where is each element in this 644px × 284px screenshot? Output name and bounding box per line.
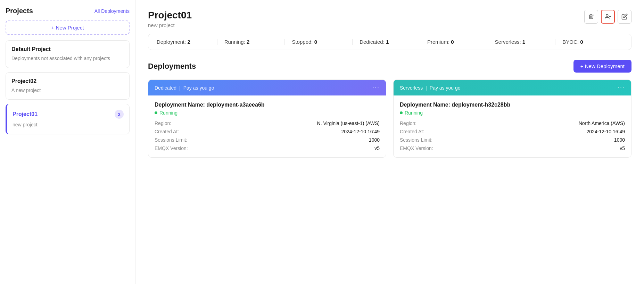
deployment-type-tag: Serverless | Pay as you go [400, 85, 461, 91]
project-card-header: Project012 [13, 110, 124, 119]
detail-row-emqx: EMQX Version: v5 [155, 145, 380, 151]
separator: | [179, 85, 181, 91]
detail-row-created: Created At: 2024-12-10 16:49 [400, 129, 625, 134]
emqx-label: EMQX Version: [400, 145, 433, 151]
stat-label: Dedicated: [360, 39, 385, 45]
deployment-cards: Dedicated | Pay as you go ··· Deployment… [148, 80, 631, 158]
deployment-details: Region: North America (AWS) Created At: … [400, 120, 625, 151]
all-deployments-link[interactable]: All Deployments [94, 8, 130, 14]
project-card-name: Default Project [11, 46, 51, 52]
project-badge: 2 [115, 110, 124, 119]
deployments-section-title: Deployments [148, 62, 196, 71]
users-button[interactable] [601, 10, 615, 24]
main-content: Project01 new project [135, 0, 644, 284]
region-label: Region: [155, 120, 171, 126]
projects-list: Default ProjectDeployments not associate… [6, 40, 130, 139]
sessions-value: 1000 [614, 137, 625, 143]
new-deployment-button[interactable]: + New Deployment [573, 60, 631, 73]
stat-item: Running: 2 [217, 39, 285, 45]
detail-row-sessions: Sessions Limit: 1000 [400, 137, 625, 143]
detail-row-region: Region: N. Virginia (us-east-1) (AWS) [155, 120, 380, 126]
deployment-card-dep2: Serverless | Pay as you go ··· Deploymen… [393, 80, 631, 158]
stat-value: 0 [314, 39, 317, 45]
stat-value: 1 [386, 39, 389, 45]
stat-value: 0 [580, 39, 583, 45]
more-options-button[interactable]: ··· [618, 84, 625, 91]
sessions-label: Sessions Limit: [400, 137, 432, 143]
detail-row-sessions: Sessions Limit: 1000 [155, 137, 380, 143]
created-label: Created At: [400, 129, 424, 134]
sessions-value: 1000 [369, 137, 380, 143]
deployment-status: Running [155, 110, 380, 116]
svg-point-0 [606, 14, 608, 16]
sidebar: Projects All Deployments + New Project D… [0, 0, 135, 284]
deployment-name: Deployment Name: deployment-h32c28bb [400, 102, 625, 108]
stat-item: Dedicated: 1 [353, 39, 420, 45]
deployment-type: Dedicated [155, 85, 176, 91]
status-dot [155, 111, 157, 114]
project-card-header: Project02 [11, 78, 124, 84]
project-title: Project01 [148, 10, 192, 21]
deployment-plan: Pay as you go [430, 85, 461, 91]
delete-button[interactable] [584, 10, 598, 24]
region-value: N. Virginia (us-east-1) (AWS) [317, 120, 380, 126]
created-value: 2024-12-10 16:49 [341, 129, 380, 134]
deployment-plan: Pay as you go [183, 85, 214, 91]
detail-row-created: Created At: 2024-12-10 16:49 [155, 129, 380, 134]
edit-button[interactable] [618, 10, 631, 24]
deployment-status: Running [400, 110, 625, 116]
stat-value: 1 [522, 39, 525, 45]
deployment-details: Region: N. Virginia (us-east-1) (AWS) Cr… [155, 120, 380, 151]
status-label: Running [159, 110, 177, 116]
project-card-name: Project01 [13, 111, 38, 117]
sidebar-title: Projects [6, 7, 33, 15]
region-label: Region: [400, 120, 416, 126]
project-card-desc: A new project [11, 87, 124, 94]
detail-row-region: Region: North America (AWS) [400, 120, 625, 126]
project-card-desc: new project [13, 122, 124, 128]
detail-row-emqx: EMQX Version: v5 [400, 145, 625, 151]
project-card-header: Default Project [11, 46, 124, 52]
new-project-button[interactable]: + New Project [6, 20, 130, 35]
stat-label: Serverless: [495, 39, 521, 45]
header-actions [584, 10, 631, 24]
stat-item: Premium: 0 [420, 39, 488, 45]
stat-item: Deployment: 2 [157, 39, 217, 45]
project-card-desc: Deployments not associated with any proj… [11, 55, 124, 62]
stat-item: Stopped: 0 [285, 39, 353, 45]
created-label: Created At: [155, 129, 179, 134]
stat-value: 2 [247, 39, 249, 45]
emqx-label: EMQX Version: [155, 145, 188, 151]
deployment-card-dep1: Dedicated | Pay as you go ··· Deployment… [148, 80, 386, 158]
project-card-name: Project02 [11, 78, 36, 84]
deployment-card-body: Deployment Name: deployment-h32c28bb Run… [394, 95, 631, 157]
deployment-name: Deployment Name: deployment-a3aeea6b [155, 102, 380, 108]
sessions-label: Sessions Limit: [155, 137, 187, 143]
status-label: Running [405, 110, 423, 116]
deployment-type-tag: Dedicated | Pay as you go [155, 85, 214, 91]
stat-label: Deployment: [157, 39, 186, 45]
stat-value: 2 [187, 39, 190, 45]
project-card-default[interactable]: Default ProjectDeployments not associate… [6, 40, 130, 68]
stat-label: Stopped: [292, 39, 313, 45]
region-value: North America (AWS) [579, 120, 625, 126]
stat-label: Running: [224, 39, 245, 45]
separator: | [426, 85, 427, 91]
sidebar-header: Projects All Deployments [6, 7, 130, 15]
deployment-type: Serverless [400, 85, 423, 91]
deployment-card-header: Serverless | Pay as you go ··· [394, 80, 631, 95]
stats-bar: Deployment: 2Running: 2Stopped: 0Dedicat… [148, 34, 631, 50]
project-card-project01[interactable]: Project012new project [6, 104, 130, 134]
project-subtitle: new project [148, 22, 192, 28]
emqx-value: v5 [620, 145, 625, 151]
created-value: 2024-12-10 16:49 [586, 129, 625, 134]
deployment-card-body: Deployment Name: deployment-a3aeea6b Run… [148, 95, 386, 157]
project-info: Project01 new project [148, 10, 192, 28]
deployment-card-header: Dedicated | Pay as you go ··· [148, 80, 386, 95]
project-card-project02[interactable]: Project02A new project [6, 72, 130, 100]
stat-label: BYOC: [562, 39, 579, 45]
emqx-value: v5 [374, 145, 380, 151]
status-dot [400, 111, 403, 114]
more-options-button[interactable]: ··· [372, 84, 380, 91]
stat-value: 0 [451, 39, 454, 45]
